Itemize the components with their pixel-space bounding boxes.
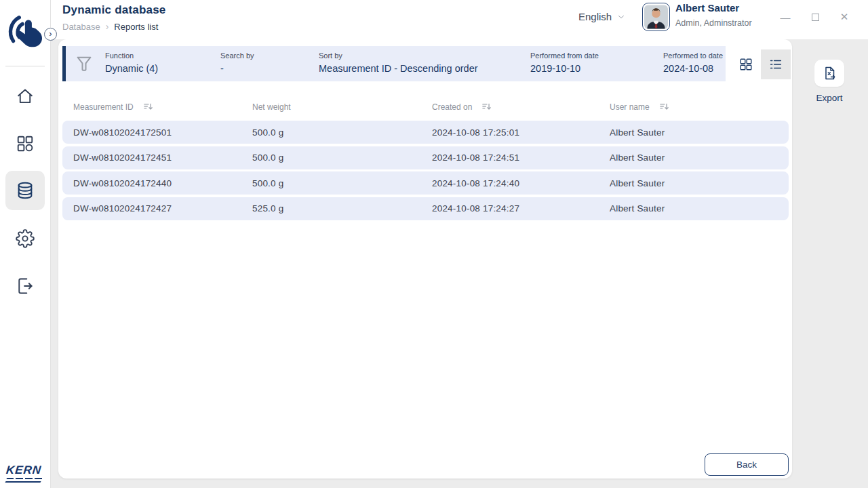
table-row[interactable]: DW-w08102024172427525.0 g2024-10-08 17:2… [62,197,789,220]
minimize-button[interactable]: — [778,9,793,24]
touch-hand-logo-icon [5,4,47,61]
reports-card: Function Dynamic (4) Search by - Sort by… [58,39,792,479]
export-label: Export [805,93,854,103]
sort-icon[interactable] [481,102,492,112]
breadcrumb-database[interactable]: Database [62,22,100,32]
user-info: Albert Sauter Admin, Adminstrator [675,2,752,28]
table-cell: DW-w08102024172501 [73,127,252,138]
table-cell: 500.0 g [252,152,432,163]
sidebar-item-home[interactable] [5,77,45,116]
column-header-label: Created on [432,102,472,112]
sidebar-expand-button[interactable]: › [44,28,57,41]
user-role: Admin, Adminstrator [675,18,752,28]
table-cell: DW-w08102024172427 [73,203,252,214]
table-row[interactable]: DW-w08102024172451500.0 g2024-10-08 17:2… [62,146,789,169]
app-window: KERN › Dynamic database Database › Repor… [0,0,868,488]
close-button[interactable]: ✕ [837,9,852,24]
breadcrumb-separator: › [106,21,109,32]
chevron-down-icon [617,13,625,21]
breadcrumb-reports-list: Reports list [114,22,158,32]
column-header-label: User name [610,102,650,112]
kern-logo: KERN [6,464,45,481]
top-bar: Dynamic database Database › Reports list… [51,0,868,39]
list-view-button[interactable] [761,49,791,79]
column-header: User name [610,102,778,112]
chevron-right-icon: › [49,29,52,38]
list-view-icon [768,57,783,72]
filter-summary-bar[interactable]: Function Dynamic (4) Search by - Sort by… [62,46,726,81]
table-cell: Albert Sauter [610,203,778,214]
sort-icon[interactable] [143,102,153,112]
database-icon [16,181,35,200]
breadcrumb: Database › Reports list [62,21,166,32]
apps-icon [16,134,35,153]
sidebar-item-functions[interactable] [5,124,45,163]
maximize-icon [812,14,819,21]
table-row[interactable]: DW-w08102024172440500.0 g2024-10-08 17:2… [62,171,789,195]
funnel-icon [74,54,94,74]
sidebar-item-logout[interactable] [5,266,45,306]
column-header: Created on [432,102,610,112]
workspace-background: Function Dynamic (4) Search by - Sort by… [51,39,868,488]
sidebar: KERN [0,0,51,488]
language-selector[interactable]: English [578,11,625,22]
user-name: Albert Sauter [675,2,752,14]
gear-icon [16,229,35,248]
filter-field-performed-from: Performed from date 2019-10-10 [530,52,599,74]
table-cell: 2024-10-08 17:25:01 [432,127,610,138]
user-avatar[interactable] [642,3,670,31]
filter-field-function: Function Dynamic (4) [105,52,158,74]
sort-icon[interactable] [659,102,669,112]
column-header-label: Net weight [252,102,291,112]
back-button[interactable]: Back [705,453,789,476]
sidebar-item-settings[interactable] [5,219,45,258]
logout-icon [16,277,35,296]
page-title: Dynamic database [62,3,166,17]
view-toggle [731,49,791,79]
grid-view-button[interactable] [731,49,761,79]
reports-table: DW-w08102024172501500.0 g2024-10-08 17:2… [62,121,789,222]
column-header-label: Measurement ID [73,102,134,112]
column-header: Measurement ID [73,102,252,112]
filter-accent-bar [62,46,66,81]
export-button[interactable] [814,60,844,87]
grid-view-icon [738,57,753,72]
table-cell: 500.0 g [252,127,432,138]
table-cell: 2024-10-08 17:24:40 [432,178,610,188]
export-section: Export [805,60,854,103]
column-header: Net weight [252,102,432,112]
table-cell: Albert Sauter [610,178,778,188]
filter-field-sort-by: Sort by Measurement ID - Descending orde… [319,52,478,74]
table-cell: 525.0 g [252,203,432,214]
maximize-button[interactable] [808,9,823,24]
table-cell: 2024-10-08 17:24:51 [432,152,610,163]
table-header: Measurement IDNet weightCreated onUser n… [62,102,789,112]
filter-field-performed-to: Performed to date 2024-10-08 [663,52,723,74]
table-cell: DW-w08102024172440 [73,178,252,188]
table-cell: Albert Sauter [610,127,778,138]
export-file-icon [821,65,837,81]
table-row[interactable]: DW-w08102024172501500.0 g2024-10-08 17:2… [62,121,789,144]
avatar-photo [644,5,668,29]
filter-field-search-by: Search by - [220,52,254,74]
sidebar-item-database[interactable] [5,171,45,210]
language-label: English [578,11,612,22]
table-cell: Albert Sauter [610,152,778,163]
sidebar-divider [5,66,45,66]
table-cell: DW-w08102024172451 [73,152,252,163]
table-cell: 500.0 g [252,178,432,188]
home-icon [16,87,35,106]
table-cell: 2024-10-08 17:24:27 [432,203,610,214]
